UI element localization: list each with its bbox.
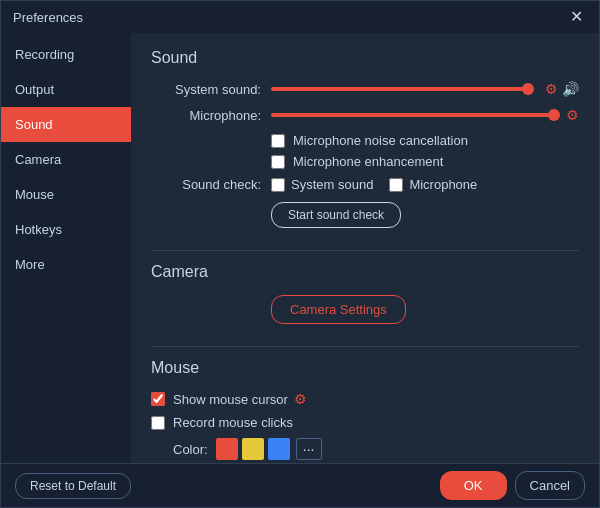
system-sound-fill <box>271 87 528 91</box>
preferences-window: Preferences ✕ Recording Output Sound Cam… <box>0 0 600 508</box>
main-area: Recording Output Sound Camera Mouse Hotk… <box>1 33 599 463</box>
enhancement-label: Microphone enhancement <box>293 154 443 169</box>
system-sound-track[interactable] <box>271 87 533 91</box>
camera-section-title: Camera <box>151 263 579 281</box>
sound-check-system-option: System sound <box>271 177 373 192</box>
color-label-1: Color: <box>173 442 208 457</box>
sound-check-microphone-label: Microphone <box>409 177 477 192</box>
sound-check-system-checkbox[interactable] <box>271 178 285 192</box>
noise-cancellation-checkbox[interactable] <box>271 134 285 148</box>
record-clicks-label: Record mouse clicks <box>173 415 293 430</box>
color-swatch-yellow-1[interactable] <box>242 438 264 460</box>
system-sound-volume-icon[interactable]: 🔊 <box>562 81 579 97</box>
enhancement-checkbox[interactable] <box>271 155 285 169</box>
sidebar-item-recording[interactable]: Recording <box>1 37 131 72</box>
microphone-slider-container: ⚙ <box>271 107 579 123</box>
sound-check-microphone-option: Microphone <box>389 177 477 192</box>
reset-button[interactable]: Reset to Default <box>15 473 131 499</box>
sound-section-title: Sound <box>151 49 579 67</box>
camera-settings-button[interactable]: Camera Settings <box>271 295 406 324</box>
sidebar-item-more[interactable]: More <box>1 247 131 282</box>
system-sound-thumb[interactable] <box>522 83 534 95</box>
microphone-thumb[interactable] <box>548 109 560 121</box>
mouse-divider <box>151 346 579 347</box>
more-colors-button-1[interactable]: ··· <box>296 438 322 460</box>
sound-check-label: Sound check: <box>151 177 261 192</box>
show-cursor-row: Show mouse cursor ⚙ <box>151 391 579 407</box>
microphone-row: Microphone: ⚙ <box>151 107 579 123</box>
system-sound-gear-icon[interactable]: ⚙ <box>545 81 558 97</box>
mouse-cursor-gear-icon[interactable]: ⚙ <box>294 391 307 407</box>
system-sound-row: System sound: ⚙ 🔊 <box>151 81 579 97</box>
content-area: Sound System sound: ⚙ 🔊 Microphone: <box>131 33 599 463</box>
show-cursor-label: Show mouse cursor <box>173 392 288 407</box>
footer: Reset to Default OK Cancel <box>1 463 599 507</box>
sidebar-item-sound[interactable]: Sound <box>1 107 131 142</box>
camera-divider <box>151 250 579 251</box>
color-swatch-blue-1[interactable] <box>268 438 290 460</box>
titlebar: Preferences ✕ <box>1 1 599 33</box>
window-title: Preferences <box>13 10 83 25</box>
microphone-fill <box>271 113 554 117</box>
microphone-gear-icon[interactable]: ⚙ <box>566 107 579 123</box>
record-clicks-row: Record mouse clicks <box>151 415 579 430</box>
sidebar-item-camera[interactable]: Camera <box>1 142 131 177</box>
mouse-color-row-1: Color: ··· <box>151 438 579 460</box>
record-clicks-checkbox[interactable] <box>151 416 165 430</box>
close-button[interactable]: ✕ <box>566 9 587 25</box>
sidebar-item-mouse[interactable]: Mouse <box>1 177 131 212</box>
sidebar-item-output[interactable]: Output <box>1 72 131 107</box>
color-swatch-red-1[interactable] <box>216 438 238 460</box>
enhancement-row: Microphone enhancement <box>271 154 579 169</box>
mouse-section-title: Mouse <box>151 359 579 377</box>
sound-check-microphone-checkbox[interactable] <box>389 178 403 192</box>
start-sound-check-button[interactable]: Start sound check <box>271 202 401 228</box>
microphone-track[interactable] <box>271 113 554 117</box>
noise-cancellation-row: Microphone noise cancellation <box>271 133 579 148</box>
sidebar-item-hotkeys[interactable]: Hotkeys <box>1 212 131 247</box>
sound-check-row: Sound check: System sound Microphone <box>151 177 579 192</box>
footer-right: OK Cancel <box>440 471 585 500</box>
microphone-label: Microphone: <box>151 108 261 123</box>
system-sound-slider-container: ⚙ 🔊 <box>271 81 579 97</box>
show-cursor-checkbox[interactable] <box>151 392 165 406</box>
system-sound-label: System sound: <box>151 82 261 97</box>
noise-cancellation-label: Microphone noise cancellation <box>293 133 468 148</box>
ok-button[interactable]: OK <box>440 471 507 500</box>
sound-check-system-label: System sound <box>291 177 373 192</box>
cancel-button[interactable]: Cancel <box>515 471 585 500</box>
sidebar: Recording Output Sound Camera Mouse Hotk… <box>1 33 131 463</box>
